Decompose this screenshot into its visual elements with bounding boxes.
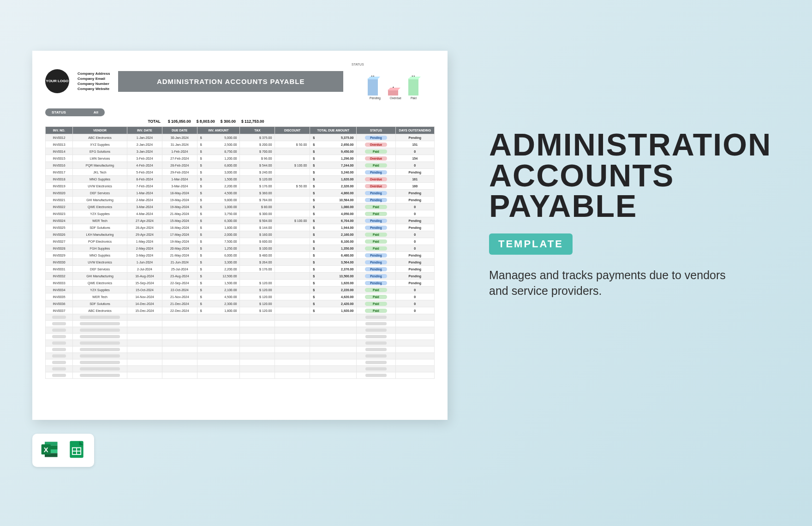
table-row: INV0021GHI Manufacturing2-Mar-202419-May… [46, 197, 435, 203]
empty-row [46, 353, 435, 359]
table-row: INV0031DEF Services2-Jul-202425-Jul-2024… [46, 266, 435, 273]
col-header: INV. AMOUNT [197, 127, 240, 134]
empty-row [46, 340, 435, 347]
totals-row: TOTAL $ 105,050.00 $ 8,003.00 $ 300.00 $… [45, 119, 435, 124]
status-chart: STATUS 11411 PendingOverduePaid [352, 63, 435, 100]
col-header: STATUS [357, 127, 395, 134]
empty-row [46, 366, 435, 372]
sheet-title-banner: ADMINISTRATION ACCOUNTS PAYABLE [118, 71, 343, 92]
accounts-table: INV. NO.VENDORINV. DATEDUE DATEINV. AMOU… [45, 126, 435, 379]
empty-row [46, 347, 435, 353]
sheet-header: YOUR LOGO Company Address Company Email … [45, 63, 435, 100]
table-row: INV0036SDF Solutions14-Dec-202421-Dec-20… [46, 300, 435, 307]
table-row: INV0016PQR Manufacturing4-Feb-202428-Feb… [46, 162, 435, 169]
table-row: INV0037ABC Electronics15-Dec-202422-Dec-… [46, 307, 435, 314]
col-header: TAX [240, 127, 275, 134]
table-row: INV0017JKL Tech5-Feb-202429-Feb-20243,00… [46, 169, 435, 176]
excel-icon: X [40, 439, 60, 461]
empty-row [46, 334, 435, 340]
status-filter-dropdown[interactable]: STATUS All [45, 108, 105, 116]
empty-row [46, 372, 435, 379]
template-badge: TEMPLATE [489, 233, 573, 255]
table-row: INV0019UVW Electronics7-Feb-20243-Mar-20… [46, 183, 435, 190]
logo-placeholder: YOUR LOGO [45, 69, 69, 93]
table-row: INV0022QWE Electronics3-Mar-202419-May-2… [46, 203, 435, 210]
table-row: INV0026LKH Manufacturing29-Apr-202417-Ma… [46, 231, 435, 238]
promo-panel: ADMINISTRATION ACCOUNTS PAYABLE TEMPLATE… [489, 129, 747, 299]
table-row: INV0030UVW Electronics1-Jun-202421-Jun-2… [46, 259, 435, 266]
table-row: INV0027POP Electronics1-May-202419-May-2… [46, 238, 435, 245]
promo-description: Manages and tracks payments due to vendo… [489, 268, 729, 299]
table-row: INV0029MNO Supplies3-May-202421-May-2024… [46, 252, 435, 259]
table-row: INV0015LMN Services3-Feb-202427-Feb-2024… [46, 155, 435, 162]
table-row: INV0012ABC Electronics1-Jan-202430-Jan-2… [46, 134, 435, 141]
table-row: INV0033QWE Electronics15-Sep-202422-Sep-… [46, 280, 435, 287]
empty-row [46, 321, 435, 327]
table-row: INV0013XYZ Supplies2-Jan-202431-Jan-2024… [46, 141, 435, 148]
table-row: INV0028FGH Supplies2-May-202420-May-2024… [46, 245, 435, 252]
table-row: INV0025SDF Solutions28-Apr-202416-May-20… [46, 224, 435, 231]
spreadsheet-preview: YOUR LOGO Company Address Company Email … [32, 51, 448, 420]
table-row: INV0014EFG Solutions3-Jan-20241-Feb-2024… [46, 148, 435, 155]
company-info: Company Address Company Email Company Nu… [78, 71, 110, 92]
table-row: INV0032GHI Manufacturing16-Aug-202423-Au… [46, 273, 435, 280]
svg-text:X: X [44, 446, 48, 454]
col-header: INV. DATE [127, 127, 162, 134]
col-header: DAYS OUTSTANDING [395, 127, 434, 134]
col-header: TOTAL DUE AMOUNT [310, 127, 357, 134]
col-header: INV. NO. [46, 127, 73, 134]
promo-title: ADMINISTRATION ACCOUNTS PAYABLE [489, 129, 747, 221]
app-icons: X [32, 434, 94, 467]
empty-row [46, 327, 435, 334]
table-row: INV0018MNO Supplies8-Feb-20241-Mar-20241… [46, 176, 435, 183]
table-row: INV0020DEF Services1-Mar-202418-May-2024… [46, 190, 435, 197]
google-sheets-icon [66, 439, 87, 461]
col-header: VENDOR [73, 127, 127, 134]
table-row: INV0034YZX Supplies15-Oct-202422-Oct-202… [46, 287, 435, 293]
table-row: INV0024WER Tech27-Apr-202415-May-20246,3… [46, 217, 435, 224]
col-header: DISCOUNT [275, 127, 310, 134]
col-header: DUE DATE [162, 127, 197, 134]
empty-row [46, 359, 435, 366]
empty-row [46, 314, 435, 321]
table-row: INV0035WER Tech14-Nov-202421-Nov-20244,5… [46, 293, 435, 300]
table-row: INV0023YZX Supplies4-Mar-202421-May-2024… [46, 210, 435, 217]
